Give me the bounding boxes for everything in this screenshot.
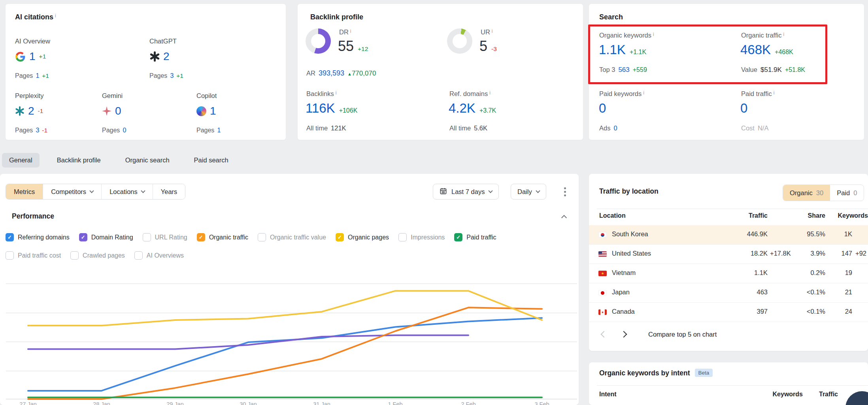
keywords-link[interactable]: 21 — [826, 288, 852, 296]
checkbox-organic-pages[interactable]: Organic pages — [336, 233, 389, 241]
ahrefs-rank: AR 393,593 ▲770,070 — [306, 69, 376, 77]
metric-label: Gemini — [102, 92, 185, 100]
checkbox-icon — [454, 233, 462, 241]
performance-card: Metrics Competitors Locations Years Last… — [0, 174, 579, 405]
share-value: <0.1% — [779, 308, 825, 315]
metric-value[interactable]: 2 — [28, 105, 34, 117]
keywords-link[interactable]: 24 — [826, 308, 852, 315]
keywords-link[interactable]: 19 — [826, 269, 852, 277]
prev-page-button[interactable] — [601, 331, 608, 338]
pages-value[interactable]: 0 — [123, 127, 126, 134]
site-explorer-overview: AI citationsi AI Overview 1 +1 Pages 1 +… — [0, 0, 868, 405]
next-page-button[interactable] — [621, 331, 627, 338]
metric-value[interactable]: 1 — [29, 50, 36, 63]
metric-value[interactable]: 0 — [115, 105, 121, 117]
competitors-filter-button[interactable]: Competitors — [43, 184, 102, 199]
keywords-by-intent-title: Organic keywords by intent — [599, 369, 690, 377]
keywords-link[interactable]: 147 — [826, 250, 852, 257]
tab-organic-search[interactable]: Organic search — [118, 153, 177, 168]
column-traffic: Traffic — [719, 212, 768, 219]
checkbox-icon — [134, 251, 143, 260]
collapse-chevron-icon[interactable] — [561, 215, 567, 220]
copilot-metric: Copilot 1 Pages 1 — [196, 92, 279, 118]
info-icon[interactable]: i — [643, 90, 644, 96]
info-icon[interactable]: i — [783, 32, 784, 37]
years-filter-button[interactable]: Years — [153, 184, 185, 199]
top3-row: Top 3 563 +559 — [599, 66, 647, 74]
traffic-value: 463 — [719, 288, 768, 296]
value-row: Value $51.9K +51.8K — [741, 66, 805, 74]
checkbox-paid-traffic[interactable]: Paid traffic — [454, 233, 496, 241]
checkbox-domain-rating[interactable]: Domain Rating — [79, 233, 133, 241]
organic-keywords-label: Organic keywordsi — [599, 32, 654, 39]
granularity-button[interactable]: Daily — [511, 184, 546, 200]
info-icon[interactable]: i — [350, 28, 351, 34]
metric-value[interactable]: 1 — [210, 105, 216, 117]
paid-toggle[interactable]: Paid0 — [830, 185, 864, 201]
pages-label: Pages — [15, 127, 33, 134]
checkbox-impressions[interactable]: Impressions — [398, 233, 445, 241]
metric-checkboxes-row1: Referring domains Domain Rating URL Rati… — [6, 233, 496, 241]
info-icon[interactable]: i — [492, 28, 493, 34]
chevron-down-icon — [89, 188, 94, 193]
checkbox-icon — [143, 233, 151, 241]
divider — [597, 209, 868, 209]
compare-top5-link[interactable]: Compare top 5 on chart — [648, 331, 717, 338]
date-range-button[interactable]: Last 7 days — [433, 184, 499, 200]
more-options-button[interactable] — [559, 186, 571, 198]
tab-general[interactable]: General — [2, 153, 40, 168]
ar-value[interactable]: 393,593 — [319, 69, 344, 77]
location-name: United States — [612, 250, 651, 257]
share-value: 3.9% — [779, 250, 825, 257]
checkbox-organic-traffic[interactable]: Organic traffic — [197, 233, 248, 241]
checkbox-url-rating[interactable]: URL Rating — [143, 233, 187, 241]
pages-label: Pages — [149, 72, 167, 79]
checkbox-paid-traffic-cost[interactable]: Paid traffic cost — [6, 251, 61, 260]
column-share: Share — [779, 212, 825, 219]
metric-label: Perplexity — [15, 92, 98, 100]
info-icon[interactable]: i — [774, 90, 775, 96]
locations-filter-button[interactable]: Locations — [102, 184, 153, 199]
info-icon[interactable]: i — [55, 13, 56, 19]
overview-tabs: General Backlink profile Organic search … — [2, 152, 236, 168]
series-referring-domains — [28, 318, 542, 391]
pages-value[interactable]: 1 — [217, 127, 221, 134]
metrics-filter-button[interactable]: Metrics — [6, 184, 43, 199]
column-keywords: Keywords — [763, 391, 803, 398]
pages-value[interactable]: 3 — [36, 127, 39, 134]
keywords-delta: +92 — [855, 250, 868, 257]
pages-value[interactable]: 3 — [170, 72, 174, 79]
checkbox-organic-traffic-value[interactable]: Organic traffic value — [258, 233, 326, 241]
checkbox-icon — [336, 233, 344, 241]
x-axis-labels: 27 Jan28 Jan29 Jan30 Jan31 Jan1 Feb2 Feb… — [0, 401, 579, 405]
keywords-link[interactable]: 1K — [826, 230, 852, 238]
metric-value[interactable]: 2 — [163, 50, 170, 63]
tab-paid-search[interactable]: Paid search — [187, 153, 236, 168]
checkbox-icon — [197, 233, 205, 241]
x-axis-label: 3 Feb — [534, 401, 549, 405]
chevron-down-icon — [536, 188, 540, 193]
organic-toggle[interactable]: Organic30 — [783, 185, 830, 201]
traffic-value: 18.2K — [719, 250, 768, 257]
traffic-by-location-card: Traffic by location Organic30 Paid0 Loca… — [589, 174, 868, 351]
dr-donut — [306, 28, 331, 54]
organic-keywords-value: 1.1K +1.1K — [599, 42, 646, 57]
location-row-canada: Canada 397 <0.1% 24 — [589, 303, 868, 322]
checkbox-ai-overviews[interactable]: AI Overviews — [134, 251, 184, 260]
dr-value: 55+12 — [338, 38, 368, 55]
metric-label: AI Overview — [15, 38, 98, 45]
column-intent: Intent — [599, 391, 617, 398]
ai-overview-metric: AI Overview 1 +1 Pages 1 +1 — [15, 38, 98, 63]
location-name: South Korea — [612, 230, 648, 238]
checkbox-crawled-pages[interactable]: Crawled pages — [70, 251, 125, 260]
info-icon[interactable]: i — [336, 90, 337, 96]
info-icon[interactable]: i — [653, 32, 654, 37]
checkbox-referring-domains[interactable]: Referring domains — [6, 233, 70, 241]
ai-citations-title: AI citations — [15, 13, 53, 21]
pages-value[interactable]: 1 — [36, 72, 39, 79]
info-icon[interactable]: i — [489, 90, 491, 96]
paid-traffic-value: 0 — [740, 101, 747, 116]
tab-backlink-profile[interactable]: Backlink profile — [50, 153, 108, 168]
google-g-icon — [15, 51, 26, 62]
metric-delta: +1 — [39, 53, 46, 60]
